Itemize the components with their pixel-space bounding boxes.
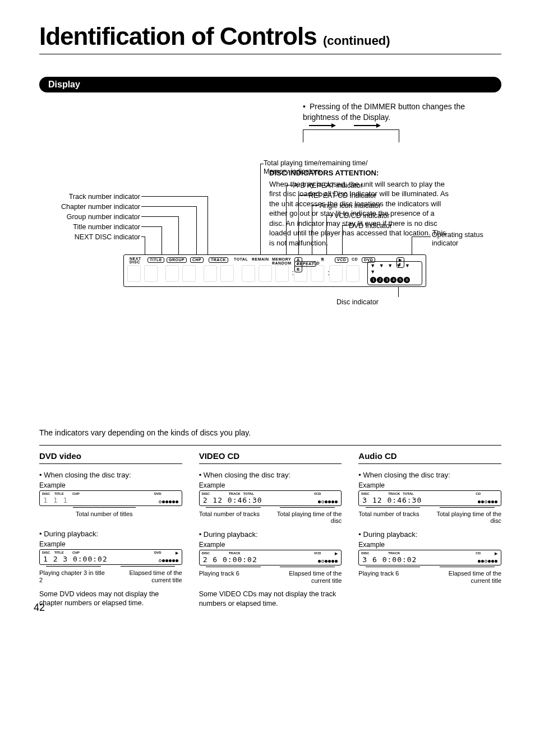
label-chapter-indicator: Chapter number indicator: [34, 203, 140, 211]
dvd-bracket1: Total number of titles: [65, 507, 144, 518]
dvd-display2: DISC TITLE CHP DVD ▶ 1 2 3 0:00:02: [39, 549, 182, 565]
col-vcd: VIDEO CD • When closing the disc tray: E…: [199, 451, 342, 608]
disp-label-random: RANDOM: [272, 261, 292, 266]
attention-heading: DISC INDICATORS ATTENTION:: [269, 168, 451, 178]
vcd-example2-label: Example: [199, 541, 342, 549]
cd-display1: DISC TRACK TOTAL CD 3 12 0:46:30: [358, 490, 501, 506]
attention-body: When the tray is closed, the unit will s…: [269, 179, 451, 248]
page-title: Identification of Controls (continued): [39, 22, 501, 50]
disc-number-circles: 123456: [370, 275, 419, 284]
dimmer-note-text: Pressing of the DIMMER button changes th…: [303, 102, 465, 122]
vcd-during: • During playback:: [199, 530, 342, 539]
vcd-bracket1b: Total playing time of the disc: [273, 507, 342, 525]
dvd-display1: DISC TITLE CHP DVD 1 1 1: [39, 490, 182, 506]
svg-marker-1: [331, 123, 336, 128]
vcd-bracket2a: Playing track 6: [199, 567, 268, 584]
title-rule: [39, 54, 501, 54]
cd-heading: Audio CD: [358, 451, 501, 461]
title-continued: (continued): [323, 34, 390, 48]
disp-label-cd: CD: [352, 257, 358, 262]
cd-display2: DISC TRACK CD ▶ 3 6 0:00:02: [358, 550, 501, 565]
arrow-icons: [303, 120, 399, 131]
dvd-example2-label: Example: [39, 540, 182, 548]
disp-angle-icon: ⎘: [321, 257, 324, 262]
display-panel: NEXT DISC TITLE GROUP CHP TRACK TOTAL RE…: [123, 254, 426, 287]
cd-closing: • When closing the disc tray:: [358, 471, 501, 479]
svg-marker-3: [376, 123, 381, 128]
disp-label-remain: REMAIN: [252, 257, 269, 262]
vcd-display1: DISC TRACK TOTAL VCD 2 12 0:46:30: [199, 490, 342, 506]
vary-note: The indicators vary depending on the kin…: [39, 428, 501, 437]
cd-example2-label: Example: [358, 541, 501, 549]
col-dvd: DVD video • When closing the disc tray: …: [39, 451, 182, 608]
dvd-note: Some DVD videos may not display the chap…: [39, 590, 182, 608]
vcd-heading: VIDEO CD: [199, 451, 342, 461]
section-header: Display: [39, 77, 501, 92]
label-title-indicator: Title number indicator: [34, 223, 140, 231]
dvd-heading: DVD video: [39, 451, 182, 461]
cd-bracket1b: Total playing time of the disc: [433, 507, 501, 525]
col-cd: Audio CD • When closing the disc tray: E…: [358, 451, 501, 608]
vcd-bracket1a: Total number of tracks: [199, 507, 268, 525]
disp-label-next-disc: NEXT DISC: [130, 257, 141, 265]
dvd-bracket2b: Elapsed time of the current title: [113, 566, 182, 583]
vcd-note: Some VIDEO CDs may not display the track…: [199, 590, 342, 608]
vcd-bracket2b: Elapsed time of the current title: [273, 567, 342, 584]
dvd-closing: • When closing the disc tray:: [39, 471, 182, 479]
mid-rule: [39, 445, 501, 446]
dvd-during: • During playback:: [39, 530, 182, 538]
title-text: Identification of Controls: [39, 22, 317, 50]
attention-block: DISC INDICATORS ATTENTION: When the tray…: [269, 168, 451, 248]
page-number: 42: [34, 602, 45, 614]
disp-label-total: TOTAL: [234, 257, 248, 262]
cd-example1-label: Example: [358, 481, 501, 489]
vcd-display2: DISC TRACK VCD ▶ 2 6 0:00:02: [199, 550, 342, 565]
dvd-example1-label: Example: [39, 481, 182, 489]
label-next-disc-indicator: NEXT DISC indicator: [34, 233, 140, 242]
cd-bracket2b: Elapsed time of the current title: [433, 567, 501, 584]
disp-label-cd-small: CD: [313, 261, 320, 266]
label-track-indicator: Track number indicator: [34, 193, 140, 201]
vcd-closing: • When closing the disc tray:: [199, 471, 342, 479]
cd-bracket2a: Playing track 6: [358, 567, 427, 584]
cd-during: • During playback:: [358, 530, 501, 539]
label-disc-indicator: Disc indicator: [336, 298, 379, 307]
dimmer-arrows: [303, 129, 399, 142]
columns: DVD video • When closing the disc tray: …: [39, 451, 501, 608]
status-box: ▼ ▼ ▼ ▼ ▼ ▼ 123456: [367, 261, 422, 285]
label-group-indicator: Group number indicator: [34, 213, 140, 221]
cd-bracket1a: Total number of tracks: [358, 507, 427, 525]
vcd-example1-label: Example: [199, 481, 342, 489]
dvd-bracket2a: Playing chapter 3 in title 2: [39, 566, 108, 583]
